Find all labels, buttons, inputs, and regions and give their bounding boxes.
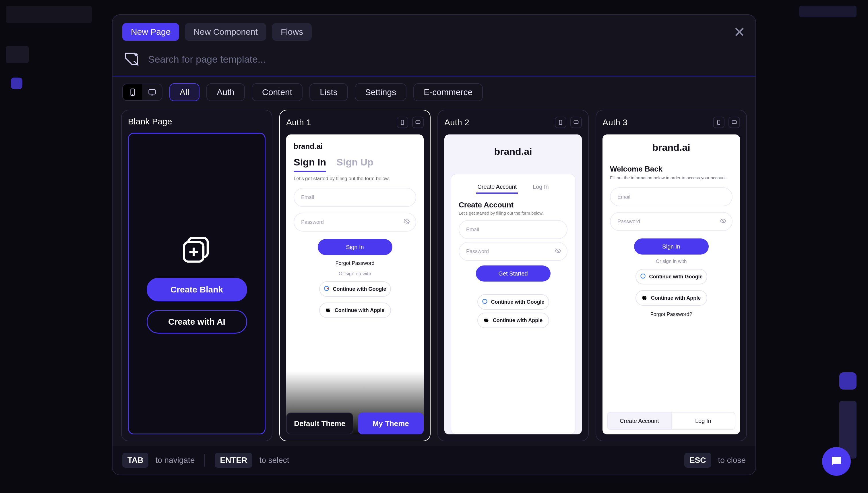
continue-apple-button: Continue with Apple [477,313,549,328]
eye-off-icon [555,248,561,255]
apple-icon [642,295,647,302]
login-tab: Log In [672,412,735,429]
filter-ecommerce[interactable]: E-commerce [413,83,483,101]
brand-label: brand.ai [602,134,740,153]
blank-body: Create Blank Create with AI [128,133,266,434]
hint-text: Let's get started by filling out the for… [286,172,424,185]
google-icon [482,299,488,306]
tab-signup: Sign Up [336,154,373,172]
get-started-button: Get Started [476,265,551,282]
or-divider: Or sign in with [602,259,740,264]
esc-key: ESC [684,453,711,468]
google-icon [640,273,646,280]
brand-label: brand.ai [444,134,582,162]
continue-apple-button: Continue with Apple [319,302,391,318]
tab-new-page[interactable]: New Page [122,23,179,41]
my-theme-button[interactable]: My Theme [358,412,424,434]
forgot-password-link: Forgot Password? [602,312,740,318]
template-grid: Blank Page Create Blank Create with AI A… [113,108,755,446]
bottom-toggle: Create Account Log In [607,412,735,430]
mobile-icon [713,116,725,128]
apple-icon [484,317,489,324]
tab-login: Log In [532,181,550,194]
search-row [113,48,755,77]
add-page-icon [180,234,214,269]
theme-bar: Default Theme My Theme [286,412,424,434]
card-title: Auth 1 [286,117,311,127]
filter-content[interactable]: Content [252,83,302,101]
device-toggle [122,84,162,101]
keyboard-hint-footer: TAB to navigate ENTER to select ESC to c… [113,446,755,475]
enter-hint: to select [259,456,289,465]
template-picker-modal: New Page New Component Flows All Auth Co… [112,14,756,475]
card-auth-2[interactable]: Auth 2 brand.ai Create Account Log In Cr… [437,110,589,441]
tab-new-component[interactable]: New Component [185,23,266,41]
svg-rect-10 [416,121,420,124]
template-preview: brand.ai Sign In Sign Up Let's get start… [286,134,424,434]
card-auth-3[interactable]: Auth 3 brand.ai Welcome Back Fill out th… [596,110,747,441]
svg-rect-13 [574,121,578,124]
filter-auth[interactable]: Auth [206,83,245,101]
intercom-launcher[interactable] [822,447,851,476]
template-preview: brand.ai Welcome Back Fill out the infor… [602,134,740,434]
tab-signin: Sign In [294,154,326,172]
brand-label: brand.ai [286,134,424,154]
card-title: Blank Page [128,116,172,126]
svg-point-17 [641,274,645,278]
desktop-icon [570,116,582,128]
svg-rect-9 [401,121,404,125]
welcome-sub: Fill out the information below in order … [602,175,740,185]
continue-google-button: Continue with Google [477,294,549,310]
magic-pen-icon [122,49,141,69]
tab-key: TAB [122,453,149,468]
mobile-icon [397,116,408,128]
create-account-tab: Create Account [608,412,672,429]
modal-topbar: New Page New Component Flows [113,15,755,48]
filter-settings[interactable]: Settings [355,83,407,101]
email-field: Email [459,220,568,239]
or-divider: Or sign up with [286,271,424,277]
create-with-ai-button[interactable]: Create with AI [147,310,247,334]
tab-create-account: Create Account [476,181,518,194]
continue-google-button: Continue with Google [636,269,707,284]
tab-hint: to navigate [155,456,195,465]
continue-apple-button: Continue with Apple [636,290,707,306]
template-preview: brand.ai Create Account Log In Create Ac… [444,134,582,434]
password-field: Password [294,213,416,232]
filter-row: All Auth Content Lists Settings E-commer… [113,77,755,108]
device-desktop-button[interactable] [142,84,162,100]
heading: Create Account [451,196,575,210]
search-input[interactable] [147,53,746,65]
forgot-password-link: Forgot Password [286,260,424,266]
card-blank-page[interactable]: Blank Page Create Blank Create with AI [121,110,272,441]
create-blank-button[interactable]: Create Blank [147,278,247,301]
svg-rect-15 [717,121,720,125]
card-title: Auth 2 [444,117,469,127]
card-auth-1[interactable]: Auth 1 brand.ai Sign In Sign Up Let's ge… [279,110,431,441]
signin-button: Sign In [318,239,392,255]
svg-rect-2 [149,90,156,94]
desktop-icon [729,116,740,128]
email-field: Email [610,187,732,206]
tab-flows[interactable]: Flows [272,23,312,41]
eye-off-icon [404,218,410,226]
esc-hint: to close [718,456,746,465]
email-field: Email [294,188,416,207]
filter-lists[interactable]: Lists [310,83,348,101]
close-button[interactable] [733,26,746,38]
password-field: Password [610,212,732,231]
svg-rect-12 [559,121,562,125]
enter-key: ENTER [215,453,252,468]
signin-button: Sign In [634,238,709,255]
svg-point-14 [482,299,487,303]
desktop-icon [412,116,424,128]
google-icon [324,285,329,293]
device-mobile-button[interactable] [123,84,142,100]
eye-off-icon [720,218,726,226]
default-theme-button[interactable]: Default Theme [286,412,353,434]
filter-all[interactable]: All [169,83,200,101]
apple-icon [325,307,331,314]
subheading: Let's get started by filling out the for… [451,210,575,217]
welcome-heading: Welcome Back [602,153,740,175]
inner-card: Create Account Log In Create Account Let… [451,174,575,434]
